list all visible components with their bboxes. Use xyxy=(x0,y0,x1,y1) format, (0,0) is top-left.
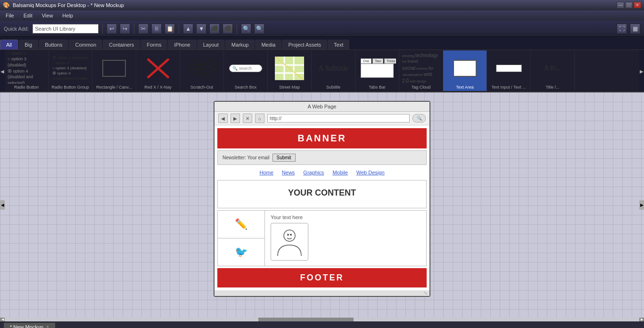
street-map-svg xyxy=(275,57,304,80)
fullscreen-button[interactable]: ⛶ xyxy=(617,24,627,34)
mockup-banner: BANNER xyxy=(217,128,427,148)
mockup-left-column: ✏️ 🐦 xyxy=(218,211,265,266)
tab-all[interactable]: All xyxy=(0,40,18,49)
tab-common[interactable]: Common xyxy=(69,40,102,49)
search-input[interactable] xyxy=(33,24,99,33)
footer-text: FOOTER xyxy=(300,273,344,282)
hscroll-left-arrow[interactable]: ◀ xyxy=(0,318,5,321)
undo-button[interactable]: ↩ xyxy=(107,24,117,34)
nav-link-webdesign[interactable]: Web Design xyxy=(356,170,385,175)
svg-point-9 xyxy=(287,234,289,236)
tab-project-assets[interactable]: Project Assets xyxy=(282,40,327,49)
palette-item-rectangle[interactable]: Rectangle / Canv... xyxy=(92,50,136,91)
palette-label-text-area: Text Area xyxy=(446,85,484,90)
title-bar-controls[interactable]: — □ ✕ xyxy=(617,2,641,8)
nav-link-mobile[interactable]: Mobile xyxy=(332,170,347,175)
palette-item-subtitle[interactable]: A Subtitle Subtitle xyxy=(312,50,355,91)
mockup-frame[interactable]: A Web Page ◀ ▶ ✕ ⌂ 🔍 BANNER Newsletter: … xyxy=(214,101,430,297)
tab-close-button[interactable]: × xyxy=(46,324,49,328)
tab-media[interactable]: Media xyxy=(255,40,281,49)
search-button[interactable]: 🔍 xyxy=(254,24,264,34)
palette-preview-search-box: 🔍 search xyxy=(227,52,264,84)
tab-iphone[interactable]: iPhone xyxy=(168,40,196,49)
view-toggle-button[interactable]: ▦ xyxy=(630,24,640,34)
hscroll-track[interactable] xyxy=(5,318,639,321)
menu-file[interactable]: File xyxy=(2,12,18,19)
red-x-preview-shape xyxy=(145,57,171,80)
menu-help[interactable]: Help xyxy=(58,12,77,19)
palette-scroll-right[interactable]: ▶ xyxy=(639,50,644,92)
canvas-scroll-right-arrow[interactable]: ▶ xyxy=(639,200,644,210)
palette-item-scratch-out[interactable]: Scratch-Out xyxy=(180,50,224,91)
tab-forms[interactable]: Forms xyxy=(140,40,167,49)
paste-button[interactable]: 📋 xyxy=(165,24,175,34)
left-cell-pencil: ✏️ xyxy=(218,211,264,238)
palette-item-text-area[interactable]: Text Area xyxy=(443,50,487,91)
nav-link-news[interactable]: News xyxy=(282,170,295,175)
palette-preview-text-area xyxy=(446,52,484,84)
rectangle-preview-shape xyxy=(102,60,126,77)
nav-forward-button[interactable]: ▶ xyxy=(231,114,240,123)
radio-preview-content: ⦿ option 1 (selected) ○ option 2 ○ optio… xyxy=(8,52,45,84)
minimize-button[interactable]: — xyxy=(617,2,624,8)
newsletter-submit-button[interactable]: Submit xyxy=(272,154,296,162)
nav-close-button[interactable]: ✕ xyxy=(243,114,252,123)
status-bar: * New Mockup × xyxy=(0,321,644,328)
tab-buttons[interactable]: Buttons xyxy=(39,40,68,49)
palette-scroll-left[interactable]: ◀ xyxy=(0,50,5,92)
copy-button[interactable]: ⎘ xyxy=(151,24,162,34)
tab-layout[interactable]: Layout xyxy=(197,40,225,49)
palette-preview-street-map xyxy=(271,52,308,84)
tab-text[interactable]: Text xyxy=(328,40,349,49)
toolbar: Quick Add: ↩ ↪ ✂ ⎘ 📋 ▲ ▼ ⬛ ⬛ 🔍 🔍 ⛶ ▦ xyxy=(0,21,644,37)
canvas-scroll-left-arrow[interactable]: ◀ xyxy=(0,200,5,210)
nav-home-button[interactable]: ⌂ xyxy=(255,114,264,123)
align-left-button[interactable]: ⬛ xyxy=(209,24,220,34)
maximize-button[interactable]: □ xyxy=(625,2,633,8)
mockup-resize-handle[interactable]: ⤡ xyxy=(215,290,429,296)
cut-button[interactable]: ✂ xyxy=(138,24,149,34)
palette-item-search-box[interactable]: 🔍 search Search Box xyxy=(224,50,268,91)
document-tab[interactable]: * New Mockup × xyxy=(4,323,55,328)
palette-item-red-x[interactable]: Red X / X-Nay xyxy=(136,50,180,91)
palette-label-street-map: Street Map xyxy=(271,85,308,90)
zoom-button[interactable]: 🔍 xyxy=(241,24,251,34)
nav-search-button[interactable]: 🔍 xyxy=(413,114,426,123)
menu-view[interactable]: View xyxy=(38,12,57,19)
search-magnifier-icon: 🔍 xyxy=(232,66,238,71)
textinput-preview-shape xyxy=(496,65,522,72)
move-down-button[interactable]: ▼ xyxy=(196,24,206,34)
menu-bar: File Edit View Help xyxy=(0,10,644,21)
palette-item-tabs-bar[interactable]: One Two Three Four Tabs Bar xyxy=(355,50,399,91)
tab-containers[interactable]: Containers xyxy=(103,40,140,49)
palette-item-text-input[interactable]: Text Input / Text ... xyxy=(487,50,531,91)
palette-item-radio-group[interactable]: ⦿ option 1 (selected) ○ option 2 ○ optio… xyxy=(49,50,92,91)
hscroll-thumb[interactable] xyxy=(258,318,354,321)
palette-item-street-map[interactable]: Street Map xyxy=(268,50,312,91)
tab-markup[interactable]: Markup xyxy=(225,40,255,49)
move-up-button[interactable]: ▲ xyxy=(183,24,193,34)
canvas-area[interactable]: ◀ ▶ A Web Page ◀ ▶ ✕ ⌂ 🔍 BANNER xyxy=(0,92,644,318)
mockup-columns: ✏️ 🐦 Your text here xyxy=(217,210,427,266)
avatar-svg xyxy=(273,225,306,258)
align-center-button[interactable]: ⬛ xyxy=(223,24,233,34)
nav-link-graphics[interactable]: Graphics xyxy=(303,170,324,175)
searchbox-preview-shape: 🔍 search xyxy=(229,65,262,72)
tab-label: * New Mockup xyxy=(10,324,43,328)
hscroll-right-arrow[interactable]: ▶ xyxy=(639,318,644,321)
palette-item-radio-button[interactable]: ⦿ option 1 (selected) ○ option 2 ○ optio… xyxy=(5,50,49,91)
nav-link-home[interactable]: Home xyxy=(259,170,273,175)
close-button[interactable]: ✕ xyxy=(634,2,641,8)
address-input[interactable] xyxy=(267,114,410,123)
nav-back-button[interactable]: ◀ xyxy=(218,114,228,123)
redo-button[interactable]: ↪ xyxy=(120,24,130,34)
tab-big[interactable]: Big xyxy=(18,40,38,49)
tabs-preview-row: One Two Three Four xyxy=(361,58,394,64)
palette-item-tag-cloud[interactable]: binding technology fun travel social sci… xyxy=(399,50,443,91)
main-area: ◀ ▶ A Web Page ◀ ▶ ✕ ⌂ 🔍 BANNER xyxy=(0,92,644,318)
palette-preview-tag-cloud: binding technology fun travel social sci… xyxy=(402,52,440,84)
palette-item-title[interactable]: A Bi... Title /... xyxy=(531,50,575,91)
svg-point-8 xyxy=(284,230,295,241)
menu-edit[interactable]: Edit xyxy=(20,12,36,19)
canvas-hscrollbar[interactable]: ◀ ▶ xyxy=(0,318,644,321)
